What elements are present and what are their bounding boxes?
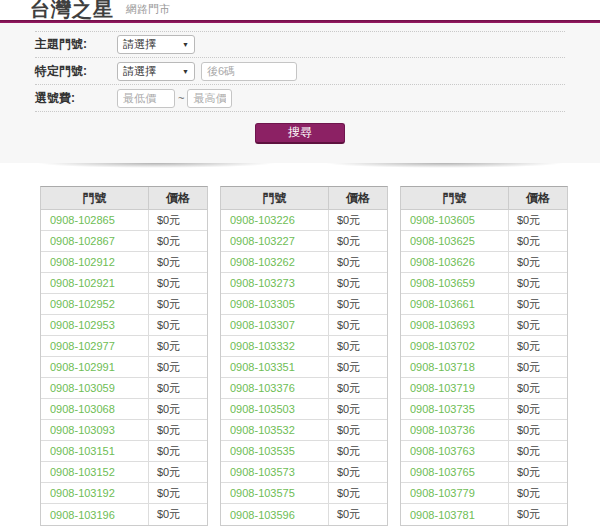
table-row: 0908-103736 $0元 [401, 420, 567, 441]
phone-number-cell: 0908-103718 [401, 357, 509, 377]
phone-number-link[interactable]: 0908-103192 [50, 487, 115, 499]
store-subtitle: 網路門市 [126, 2, 170, 17]
panel-curve-shadow [0, 163, 600, 183]
phone-number-cell: 0908-102991 [41, 357, 149, 377]
number-column-header: 門號 [221, 187, 329, 209]
phone-number-link[interactable]: 0908-102865 [50, 214, 115, 226]
table-row: 0908-103781 $0元 [401, 504, 567, 525]
phone-number-link[interactable]: 0908-102977 [50, 340, 115, 352]
phone-number-cell: 0908-102952 [41, 294, 149, 314]
phone-number-link[interactable]: 0908-102912 [50, 256, 115, 268]
phone-number-link[interactable]: 0908-103781 [410, 509, 475, 521]
phone-number-link[interactable]: 0908-103227 [230, 235, 295, 247]
phone-number-cell: 0908-103059 [41, 378, 149, 398]
number-tables: 門號 價格 0908-102865 $0元 0908-102867 $0元 [0, 183, 600, 526]
phone-number-link[interactable]: 0908-102867 [50, 235, 115, 247]
theme-number-label: 主題門號: [35, 36, 117, 53]
phone-number-link[interactable]: 0908-103332 [230, 340, 295, 352]
table-header: 門號 價格 [401, 187, 567, 210]
phone-number-link[interactable]: 0908-103735 [410, 403, 475, 415]
phone-number-link[interactable]: 0908-103532 [230, 424, 295, 436]
table-row: 0908-103535 $0元 [221, 441, 387, 462]
price-cell: $0元 [329, 399, 387, 419]
phone-number-link[interactable]: 0908-103059 [50, 382, 115, 394]
phone-number-link[interactable]: 0908-103226 [230, 214, 295, 226]
phone-number-link[interactable]: 0908-103736 [410, 424, 475, 436]
phone-number-link[interactable]: 0908-103765 [410, 466, 475, 478]
phone-number-link[interactable]: 0908-103625 [410, 235, 475, 247]
phone-number-link[interactable]: 0908-102953 [50, 319, 115, 331]
phone-number-cell: 0908-103262 [221, 252, 329, 272]
phone-number-link[interactable]: 0908-102921 [50, 277, 115, 289]
table-row: 0908-103693 $0元 [401, 315, 567, 336]
phone-number-link[interactable]: 0908-103307 [230, 319, 295, 331]
phone-number-link[interactable]: 0908-103305 [230, 298, 295, 310]
table-row: 0908-103718 $0元 [401, 357, 567, 378]
phone-number-link[interactable]: 0908-103376 [230, 382, 295, 394]
phone-number-cell: 0908-103151 [41, 441, 149, 461]
table-row: 0908-103273 $0元 [221, 273, 387, 294]
phone-number-link[interactable]: 0908-103661 [410, 298, 475, 310]
phone-number-link[interactable]: 0908-103626 [410, 256, 475, 268]
table-row: 0908-103305 $0元 [221, 294, 387, 315]
phone-number-cell: 0908-103575 [221, 483, 329, 503]
phone-number-link[interactable]: 0908-103575 [230, 487, 295, 499]
price-cell: $0元 [329, 357, 387, 377]
specific-prefix-select[interactable]: 請選擇 ▼ [117, 62, 195, 81]
specific-number-label: 特定門號: [35, 63, 117, 80]
phone-number-link[interactable]: 0908-103659 [410, 277, 475, 289]
phone-number-link[interactable]: 0908-103535 [230, 445, 295, 457]
table-row: 0908-103151 $0元 [41, 441, 207, 462]
table-row: 0908-103661 $0元 [401, 294, 567, 315]
phone-number-cell: 0908-103719 [401, 378, 509, 398]
price-cell: $0元 [509, 336, 567, 356]
phone-number-cell: 0908-103659 [401, 273, 509, 293]
phone-number-link[interactable]: 0908-103151 [50, 445, 115, 457]
table-header: 門號 價格 [221, 187, 387, 210]
phone-number-link[interactable]: 0908-102952 [50, 298, 115, 310]
price-cell: $0元 [329, 336, 387, 356]
price-cell: $0元 [329, 210, 387, 230]
phone-number-link[interactable]: 0908-103693 [410, 319, 475, 331]
table-row: 0908-103068 $0元 [41, 399, 207, 420]
phone-number-link[interactable]: 0908-103718 [410, 361, 475, 373]
price-cell: $0元 [149, 252, 207, 272]
min-price-input[interactable] [117, 89, 175, 108]
phone-number-link[interactable]: 0908-103596 [230, 509, 295, 521]
phone-number-cell: 0908-103273 [221, 273, 329, 293]
number-table-3: 門號 價格 0908-103605 $0元 0908-103625 $0元 [400, 186, 568, 526]
price-cell: $0元 [149, 420, 207, 440]
phone-number-link[interactable]: 0908-103702 [410, 340, 475, 352]
search-button[interactable]: 搜尋 [255, 123, 345, 144]
phone-number-link[interactable]: 0908-103719 [410, 382, 475, 394]
phone-number-link[interactable]: 0908-103779 [410, 487, 475, 499]
max-price-input[interactable] [187, 89, 232, 108]
phone-number-link[interactable]: 0908-103196 [50, 509, 115, 521]
site-header: 台灣之星網路門市 [0, 0, 600, 20]
brand-logo[interactable]: 台灣之星 [30, 0, 114, 20]
price-cell: $0元 [329, 441, 387, 461]
phone-number-link[interactable]: 0908-103262 [230, 256, 295, 268]
phone-number-link[interactable]: 0908-103152 [50, 466, 115, 478]
phone-number-link[interactable]: 0908-103605 [410, 214, 475, 226]
phone-number-link[interactable]: 0908-103093 [50, 424, 115, 436]
table-row: 0908-102921 $0元 [41, 273, 207, 294]
phone-number-cell: 0908-103625 [401, 231, 509, 251]
table-row: 0908-103227 $0元 [221, 231, 387, 252]
phone-number-link[interactable]: 0908-103573 [230, 466, 295, 478]
last6-digits-input[interactable] [201, 62, 297, 81]
chevron-down-icon: ▼ [182, 68, 189, 75]
phone-number-link[interactable]: 0908-102991 [50, 361, 115, 373]
price-cell: $0元 [149, 273, 207, 293]
phone-number-link[interactable]: 0908-103273 [230, 277, 295, 289]
table-row: 0908-103262 $0元 [221, 252, 387, 273]
phone-number-link[interactable]: 0908-103503 [230, 403, 295, 415]
phone-number-cell: 0908-103192 [41, 483, 149, 503]
price-cell: $0元 [329, 378, 387, 398]
phone-number-link[interactable]: 0908-103351 [230, 361, 295, 373]
price-cell: $0元 [509, 441, 567, 461]
phone-number-link[interactable]: 0908-103763 [410, 445, 475, 457]
theme-number-select[interactable]: 請選擇 ▼ [117, 35, 195, 54]
phone-number-link[interactable]: 0908-103068 [50, 403, 115, 415]
phone-number-cell: 0908-103351 [221, 357, 329, 377]
